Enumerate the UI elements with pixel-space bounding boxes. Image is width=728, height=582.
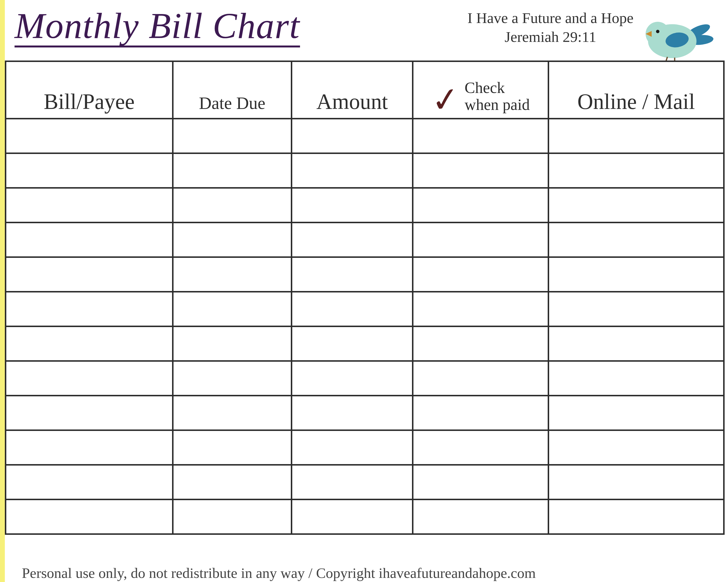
bird-icon [641, 17, 713, 65]
document: Monthly Bill Chart I Have a Future and a… [5, 0, 723, 582]
table-cell[interactable] [548, 465, 724, 499]
footer-copyright: Personal use only, do not redistribute i… [22, 565, 715, 582]
table-cell[interactable] [6, 430, 173, 465]
table-cell[interactable] [291, 222, 413, 257]
checkmark-icon: ✓ [431, 88, 461, 112]
table-cell[interactable] [291, 326, 413, 361]
table-cell[interactable] [413, 257, 548, 292]
table-cell[interactable] [6, 326, 173, 361]
table-cell[interactable] [6, 119, 173, 153]
table-cell[interactable] [548, 188, 724, 222]
table-cell[interactable] [291, 188, 413, 222]
table-cell[interactable] [291, 119, 413, 153]
header-area: Monthly Bill Chart I Have a Future and a… [5, 0, 723, 60]
table-cell[interactable] [413, 395, 548, 430]
scripture-quote: I Have a Future and a Hope Jeremiah 29:1… [467, 9, 633, 46]
table-cell[interactable] [6, 395, 173, 430]
table-cell[interactable] [291, 257, 413, 292]
table-cell[interactable] [413, 292, 548, 326]
table-header-row: Bill/Payee Date Due Amount ✓ Check when … [6, 61, 724, 119]
table-row [6, 188, 724, 222]
table-row [6, 119, 724, 153]
table-cell[interactable] [548, 257, 724, 292]
table-cell[interactable] [291, 499, 413, 534]
table-cell[interactable] [173, 188, 291, 222]
col-header-check-when-paid: ✓ Check when paid [413, 61, 548, 119]
bill-chart-table: Bill/Payee Date Due Amount ✓ Check when … [5, 60, 725, 535]
check-when-paid-label: Check when paid [465, 79, 530, 113]
table-cell[interactable] [413, 326, 548, 361]
table-row [6, 257, 724, 292]
table-cell[interactable] [6, 292, 173, 326]
table-cell[interactable] [291, 395, 413, 430]
table-cell[interactable] [6, 465, 173, 499]
table-cell[interactable] [173, 326, 291, 361]
col-header-bill-payee: Bill/Payee [6, 61, 173, 119]
table-cell[interactable] [413, 361, 548, 395]
table-body [6, 119, 724, 534]
table-cell[interactable] [173, 395, 291, 430]
table-cell[interactable] [173, 430, 291, 465]
table-cell[interactable] [413, 465, 548, 499]
table-cell[interactable] [413, 499, 548, 534]
quote-line-2: Jeremiah 29:11 [467, 28, 633, 47]
table-row [6, 153, 724, 188]
table-cell[interactable] [548, 153, 724, 188]
table-cell[interactable] [291, 465, 413, 499]
page-title: Monthly Bill Chart [15, 7, 300, 48]
table-cell[interactable] [173, 499, 291, 534]
table-cell[interactable] [6, 361, 173, 395]
col-header-amount: Amount [291, 61, 413, 119]
table-cell[interactable] [548, 119, 724, 153]
table-row [6, 395, 724, 430]
table-cell[interactable] [173, 222, 291, 257]
col-header-online-mail: Online / Mail [548, 61, 724, 119]
left-accent-strip [0, 0, 5, 582]
table-cell[interactable] [291, 292, 413, 326]
table-cell[interactable] [6, 188, 173, 222]
table-cell[interactable] [6, 222, 173, 257]
table-cell[interactable] [548, 499, 724, 534]
table-cell[interactable] [6, 153, 173, 188]
table-cell[interactable] [548, 430, 724, 465]
table-row [6, 499, 724, 534]
table-cell[interactable] [6, 499, 173, 534]
table-cell[interactable] [548, 395, 724, 430]
table-cell[interactable] [173, 153, 291, 188]
quote-line-1: I Have a Future and a Hope [467, 9, 633, 28]
table-cell[interactable] [173, 257, 291, 292]
col-header-date-due: Date Due [173, 61, 291, 119]
table-cell[interactable] [173, 292, 291, 326]
table-row [6, 292, 724, 326]
table-cell[interactable] [173, 361, 291, 395]
table-cell[interactable] [548, 222, 724, 257]
table-cell[interactable] [6, 257, 173, 292]
table-cell[interactable] [413, 153, 548, 188]
table-row [6, 222, 724, 257]
table-cell[interactable] [548, 326, 724, 361]
table-cell[interactable] [413, 430, 548, 465]
table-row [6, 465, 724, 499]
table-cell[interactable] [548, 361, 724, 395]
table-cell[interactable] [291, 430, 413, 465]
table-cell[interactable] [173, 119, 291, 153]
svg-point-6 [656, 30, 659, 33]
table-cell[interactable] [291, 361, 413, 395]
table-cell[interactable] [173, 465, 291, 499]
table-cell[interactable] [548, 292, 724, 326]
table-row [6, 326, 724, 361]
table-cell[interactable] [291, 153, 413, 188]
table-cell[interactable] [413, 222, 548, 257]
table-row [6, 361, 724, 395]
table-row [6, 430, 724, 465]
table-cell[interactable] [413, 119, 548, 153]
table-cell[interactable] [413, 188, 548, 222]
